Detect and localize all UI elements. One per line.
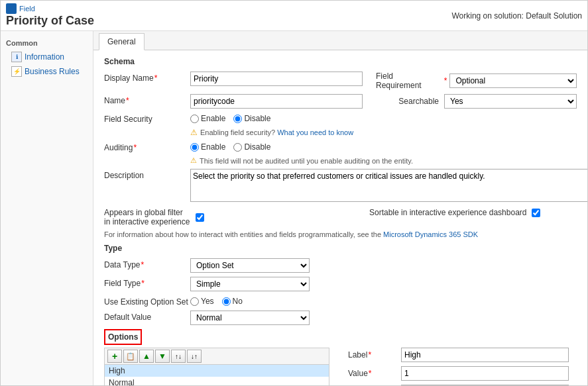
form-content: Schema Display Name* Field Requirement* … [93, 50, 587, 385]
type-section-title: Type [104, 244, 577, 253]
field-type-select[interactable]: Simple [190, 277, 310, 291]
sidebar-item-business-rules[interactable]: ⚡ Business Rules [1, 64, 93, 79]
options-layout: + 📋 ▲ ▼ ↑↓ ↓↑ High Normal Low [104, 348, 577, 385]
global-filter-checkbox[interactable] [196, 213, 204, 222]
use-existing-yes-label[interactable]: Yes [190, 297, 214, 306]
sortable-checkbox[interactable] [532, 209, 540, 217]
default-value-select[interactable]: Normal High Low Critical [190, 311, 310, 325]
default-value-control: Normal High Low Critical [190, 311, 577, 325]
field-type-row: Field Type* Simple [104, 277, 577, 291]
auditing-disable-radio[interactable] [233, 143, 242, 152]
rules-icon: ⚡ [11, 66, 22, 77]
data-type-row: Data Type* Option Set [104, 258, 577, 273]
field-security-row: Field Security Enable Disable [104, 113, 577, 124]
display-name-row: Display Name* Field Requirement* Optiona… [104, 72, 577, 90]
use-existing-row: Use Existing Option Set Yes No [104, 295, 577, 307]
field-security-disable-radio[interactable] [233, 115, 242, 123]
detail-value-input[interactable] [401, 366, 569, 381]
sidebar: Common ℹ Information ⚡ Business Rules [1, 31, 93, 385]
field-type-control: Simple [190, 277, 577, 291]
data-type-label: Data Type* [104, 258, 190, 269]
working-on-label: Working on solution: Default Solution [451, 11, 582, 21]
auditing-row: Auditing* Enable Disable [104, 141, 577, 152]
field-security-enable-radio[interactable] [190, 115, 199, 123]
use-existing-no-radio[interactable] [222, 297, 231, 306]
data-type-select[interactable]: Option Set [190, 258, 310, 273]
content: General Schema Display Name* Field Requi… [93, 31, 587, 385]
sidebar-item-label-information: Information [25, 52, 64, 62]
sdk-link[interactable]: Microsoft Dynamics 365 SDK [383, 230, 478, 238]
detail-value-row: Value* [348, 366, 569, 381]
sortable-label: Sortable in interactive experience dashb… [369, 208, 526, 217]
field-security-control: Enable Disable [190, 113, 577, 123]
detail-value-field-label: Value* [348, 369, 401, 378]
options-section: Options + 📋 ▲ ▼ ↑↓ ↓↑ [104, 329, 577, 385]
detail-description-label: Description [348, 385, 401, 385]
copy-option-button[interactable]: 📋 [123, 350, 138, 363]
name-input[interactable] [190, 94, 363, 109]
field-type-label: Field Type* [104, 277, 190, 288]
name-label: Name* [104, 94, 190, 105]
auditing-control: Enable Disable [190, 141, 577, 152]
searchable-label: Searchable [398, 97, 439, 106]
sort-asc-button[interactable]: ↑↓ [171, 350, 186, 363]
page-title: Priority of Case [6, 14, 94, 28]
header-left: Field Priority of Case [6, 3, 94, 28]
searchable-area: Searchable Yes No [398, 94, 577, 109]
global-filter-row: Appears in global filter in interactive … [104, 208, 577, 226]
move-down-button[interactable]: ▼ [155, 350, 170, 363]
warning-link[interactable]: What you need to know [275, 128, 353, 136]
searchable-select[interactable]: Yes No [444, 94, 577, 109]
move-up-button[interactable]: ▲ [139, 350, 154, 363]
tab-bar: General [93, 31, 587, 50]
main-layout: Common ℹ Information ⚡ Business Rules Ge… [1, 31, 587, 385]
list-item[interactable]: High [105, 365, 329, 377]
sort-desc-button[interactable]: ↓↑ [187, 350, 202, 363]
use-existing-label: Use Existing Option Set [104, 295, 190, 307]
detail-description-textarea[interactable] [401, 385, 569, 385]
options-toolbar: + 📋 ▲ ▼ ↑↓ ↓↑ [104, 348, 329, 364]
auditing-warning-icon: ⚠ [190, 156, 197, 165]
options-detail-panel: Label* Value* [340, 348, 577, 385]
display-name-input[interactable] [190, 72, 363, 86]
global-filter-area: Appears in global filter in interactive … [104, 208, 316, 226]
global-filter-label: Appears in global filter in interactive … [104, 208, 190, 226]
auditing-label: Auditing* [104, 141, 190, 152]
field-requirement-select[interactable]: Optional Business Required Business Reco… [449, 73, 577, 88]
sidebar-item-information[interactable]: ℹ Information [1, 50, 93, 64]
use-existing-no-label[interactable]: No [222, 297, 243, 306]
detail-label-field-label: Label* [348, 350, 401, 360]
schema-section-title: Schema [104, 57, 577, 66]
info-icon: ℹ [11, 52, 22, 62]
use-existing-yes-radio[interactable] [190, 297, 199, 306]
auditing-disable-label[interactable]: Disable [233, 142, 270, 152]
display-name-label: Display Name* [104, 72, 190, 83]
field-security-disable-label[interactable]: Disable [233, 114, 270, 123]
options-list: High Normal Low Critical [104, 364, 329, 385]
detail-label-row: Label* [348, 348, 569, 362]
tab-general[interactable]: General [99, 33, 145, 50]
type-section: Type Data Type* Option Set [104, 244, 577, 325]
description-textarea[interactable]: Select the priority so that preferred cu… [190, 169, 587, 202]
description-label: Description [104, 169, 190, 180]
display-name-control [190, 72, 363, 86]
sidebar-section-common: Common [1, 36, 93, 50]
auditing-enable-label[interactable]: Enable [190, 142, 225, 152]
list-item[interactable]: Normal [105, 377, 329, 385]
field-requirement-label: Field Requirement [376, 72, 438, 90]
description-control: Select the priority so that preferred cu… [190, 169, 587, 204]
field-security-enable-label[interactable]: Enable [190, 114, 225, 123]
header-breadcrumb: Field [6, 3, 94, 14]
header: Field Priority of Case Working on soluti… [1, 1, 587, 31]
auditing-enable-radio[interactable] [190, 143, 199, 152]
add-option-button[interactable]: + [107, 350, 122, 363]
default-value-label: Default Value [104, 311, 190, 322]
field-security-label: Field Security [104, 113, 190, 124]
name-row: Name* Searchable Yes No [104, 94, 577, 109]
default-value-row: Default Value Normal High Low Critical [104, 311, 577, 325]
name-control [190, 94, 385, 109]
field-req-area: Field Requirement* Optional Business Req… [376, 72, 577, 90]
detail-label-input[interactable] [401, 348, 569, 362]
warning-icon: ⚠ [190, 128, 198, 137]
sortable-area: Sortable in interactive experience dashb… [369, 208, 540, 217]
